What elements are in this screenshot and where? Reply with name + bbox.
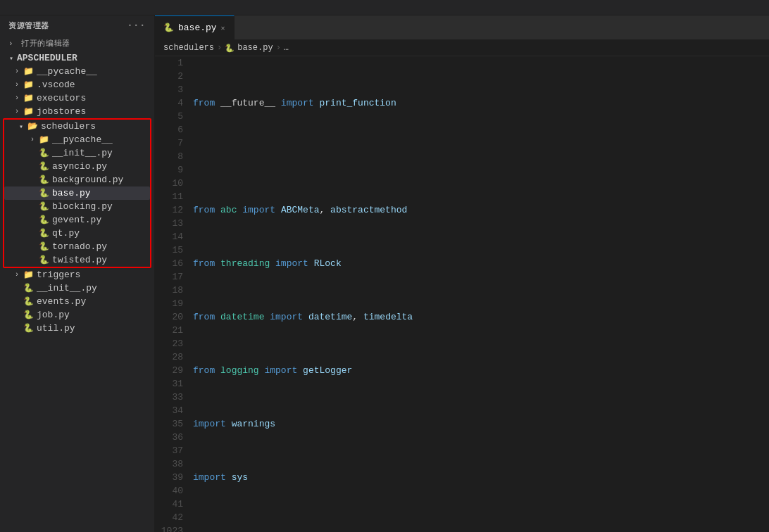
- base-label: base.py: [52, 188, 150, 198]
- ln-7: 7: [155, 137, 183, 150]
- ln-17: 17: [155, 270, 183, 284]
- ln-33: 33: [155, 391, 183, 404]
- sidebar-item-jobstores[interactable]: › 📁 jobstores: [0, 105, 154, 118]
- sidebar-item-executors[interactable]: › 📁 executors: [0, 91, 154, 105]
- root-label: APSCHEDULER: [17, 53, 154, 63]
- folder-icon: 📁: [23, 66, 34, 77]
- bc-schedulers[interactable]: schedulers: [163, 43, 214, 53]
- sidebar-item-vscode[interactable]: › 📁 .vscode: [0, 78, 154, 91]
- executors-arrow: ›: [11, 94, 23, 102]
- tornado-icon: 🐍: [38, 241, 49, 252]
- bc-base-py[interactable]: base.py: [237, 43, 273, 53]
- ln-41: 41: [155, 498, 183, 511]
- jobstores-arrow: ›: [11, 108, 23, 115]
- ln-12: 12: [155, 203, 183, 217]
- code-line-7: import warnings: [193, 417, 769, 431]
- schedulers-red-outline: ▾ 📂 schedulers › 📁 __pycache__ 🐍 __init_…: [3, 118, 151, 268]
- sidebar-item-blocking[interactable]: 🐍 blocking.py: [4, 200, 150, 213]
- code-line-5: from datetime import datetime, timedelta: [193, 310, 769, 324]
- tab-py-icon: 🐍: [163, 23, 174, 33]
- tornado-label: tornado.py: [52, 241, 150, 252]
- ln-39: 39: [155, 471, 183, 484]
- sidebar-item-util[interactable]: 🐍 util.py: [0, 322, 154, 335]
- ln-42: 42: [155, 511, 183, 524]
- ln-38: 38: [155, 457, 183, 471]
- vscode-arrow: ›: [11, 81, 23, 89]
- sidebar-item-qt[interactable]: 🐍 qt.py: [4, 227, 150, 240]
- ln-31: 31: [155, 377, 183, 391]
- twisted-label: twisted.py: [52, 255, 150, 265]
- sidebar-item-schedulers[interactable]: ▾ 📂 schedulers: [4, 120, 150, 133]
- sidebar-item-tornado[interactable]: 🐍 tornado.py: [4, 240, 150, 253]
- tab-close-btn[interactable]: ✕: [221, 24, 225, 32]
- ln-18: 18: [155, 284, 183, 297]
- open-editors-label[interactable]: › 打开的编辑器: [0, 35, 154, 51]
- jobstores-folder-icon: 📁: [23, 106, 34, 117]
- sidebar-item-pycache-root[interactable]: › 📁 __pycache__: [0, 65, 154, 78]
- sidebar-item-job[interactable]: 🐍 job.py: [0, 308, 154, 322]
- sidebar-item-pycache-sch[interactable]: › 📁 __pycache__: [4, 133, 150, 146]
- init-root-icon: 🐍: [23, 283, 34, 293]
- executors-label: executors: [37, 93, 154, 103]
- pycache-sch-folder-icon: 📁: [38, 134, 49, 145]
- tab-base-py[interactable]: 🐍 base.py ✕: [155, 15, 235, 40]
- tab-label: base.py: [178, 23, 217, 33]
- sidebar-item-gevent[interactable]: 🐍 gevent.py: [4, 213, 150, 227]
- ln-23: 23: [155, 337, 183, 350]
- sidebar-root[interactable]: ▾ APSCHEDULER: [0, 51, 154, 65]
- vscode-folder-icon: 📁: [23, 80, 34, 90]
- main-layout: 资源管理器 ··· › 打开的编辑器 ▾ APSCHEDULER › 📁 __p…: [0, 15, 769, 532]
- twisted-icon: 🐍: [38, 255, 49, 265]
- background-label: background.py: [52, 175, 150, 185]
- editor-area: 🐍 base.py ✕ schedulers › 🐍 base.py › … 1…: [155, 15, 769, 532]
- sidebar-item-triggers[interactable]: › 📁 triggers: [0, 268, 154, 281]
- init-root-label: __init__.py: [37, 283, 154, 293]
- sidebar-dots[interactable]: ···: [127, 20, 146, 31]
- init-sch-label: __init__.py: [52, 148, 150, 158]
- ln-28: 28: [155, 350, 183, 364]
- ln-35: 35: [155, 417, 183, 431]
- job-icon: 🐍: [23, 310, 34, 320]
- code-line-3: from abc import ABCMeta, abstractmethod: [193, 203, 769, 217]
- vscode-label: .vscode: [37, 80, 154, 90]
- ln-4: 4: [155, 96, 183, 110]
- executors-folder-icon: 📁: [23, 93, 34, 103]
- sidebar: 资源管理器 ··· › 打开的编辑器 ▾ APSCHEDULER › 📁 __p…: [0, 15, 155, 532]
- sidebar-header: 资源管理器 ···: [0, 15, 154, 35]
- schedulers-folder-icon: 📂: [27, 121, 38, 132]
- code-line-6: from logging import getLogger: [193, 364, 769, 377]
- ln-15: 15: [155, 243, 183, 257]
- asyncio-icon: 🐍: [38, 161, 49, 172]
- sidebar-item-twisted[interactable]: 🐍 twisted.py: [4, 253, 150, 267]
- asyncio-label: asyncio.py: [52, 161, 150, 172]
- sidebar-item-background[interactable]: 🐍 background.py: [4, 173, 150, 186]
- ln-20: 20: [155, 310, 183, 324]
- code-content[interactable]: from __future__ import print_function fr…: [190, 56, 769, 532]
- code-line-8: import sys: [193, 471, 769, 484]
- bc-dots[interactable]: …: [284, 43, 289, 53]
- sidebar-item-events[interactable]: 🐍 events.py: [0, 295, 154, 308]
- sidebar-item-asyncio[interactable]: 🐍 asyncio.py: [4, 160, 150, 173]
- ln-19: 19: [155, 297, 183, 310]
- ln-2: 2: [155, 70, 183, 83]
- util-label: util.py: [37, 323, 154, 334]
- triggers-folder-icon: 📁: [23, 270, 34, 280]
- breadcrumb: schedulers › 🐍 base.py › …: [155, 40, 769, 56]
- triggers-label: triggers: [37, 270, 154, 280]
- bc-py-icon: 🐍: [225, 44, 235, 53]
- sidebar-item-base[interactable]: 🐍 base.py: [4, 186, 150, 200]
- schedulers-arrow: ▾: [15, 122, 27, 131]
- pycache-sch-arrow: ›: [27, 136, 38, 144]
- sidebar-item-init-root[interactable]: 🐍 __init__.py: [0, 281, 154, 295]
- code-area[interactable]: 1 2 3 4 5 6 7 8 9 10 11 12 13 14 15 16 1…: [155, 56, 769, 532]
- base-icon: 🐍: [38, 188, 49, 198]
- line-numbers: 1 2 3 4 5 6 7 8 9 10 11 12 13 14 15 16 1…: [155, 56, 190, 532]
- sidebar-item-init-sch[interactable]: 🐍 __init__.py: [4, 146, 150, 160]
- events-label: events.py: [37, 296, 154, 307]
- gevent-label: gevent.py: [52, 215, 150, 225]
- sidebar-tree: ▾ APSCHEDULER › 📁 __pycache__ › 📁 .vscod…: [0, 51, 154, 532]
- ln-34: 34: [155, 404, 183, 417]
- ln-10: 10: [155, 177, 183, 190]
- gevent-icon: 🐍: [38, 215, 49, 225]
- schedulers-label: schedulers: [41, 121, 150, 132]
